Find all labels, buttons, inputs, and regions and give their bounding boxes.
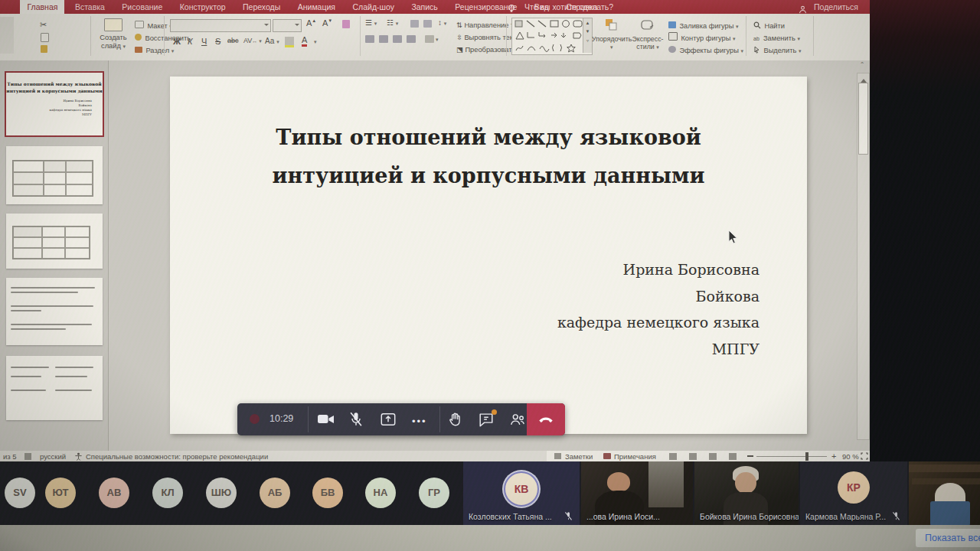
zoom-level[interactable]: 90 %: [842, 452, 859, 461]
video-person-face: [735, 472, 756, 494]
video-window-frame: [648, 461, 684, 507]
participant-tile[interactable]: КР Кармова Марьяна Р...: [800, 461, 907, 525]
zoom-in-icon[interactable]: +: [831, 452, 836, 461]
tab-draw[interactable]: Рисование: [115, 0, 169, 14]
clear-formatting-icon[interactable]: [342, 20, 350, 28]
notes-button[interactable]: Заметки: [565, 452, 593, 461]
vertical-scrollbar[interactable]: [857, 73, 870, 440]
fit-to-window-icon[interactable]: [861, 452, 868, 460]
slide-number-indicator[interactable]: из 5: [3, 452, 17, 461]
tab-design[interactable]: Конструктор: [173, 0, 233, 14]
participant-avatar[interactable]: SV: [5, 478, 35, 508]
shape-effects-button[interactable]: Эффекты фигуры ▾: [668, 42, 743, 56]
shrink-font-button[interactable]: А▼: [322, 18, 332, 28]
align-right-icon[interactable]: [393, 35, 402, 43]
tell-me-box[interactable]: Что вы хотите сделать?: [518, 0, 620, 14]
collapse-ribbon-icon[interactable]: ⌃: [857, 61, 867, 68]
tab-transitions[interactable]: Переходы: [236, 0, 287, 14]
tab-animations[interactable]: Анимация: [291, 0, 342, 14]
more-options-button[interactable]: •••: [412, 416, 427, 427]
zoom-out-icon[interactable]: [747, 455, 753, 457]
normal-view-icon[interactable]: [669, 453, 677, 460]
font-color-button[interactable]: А: [302, 35, 307, 47]
participant-avatar[interactable]: БВ: [312, 478, 343, 508]
slide-thumbnail-2[interactable]: [6, 146, 103, 204]
tab-insert[interactable]: Вставка: [68, 0, 112, 14]
character-spacing-button[interactable]: AV↔ ▾: [243, 37, 262, 44]
scroll-up-icon[interactable]: [861, 76, 867, 83]
slide-thumbnail-1[interactable]: Типы отношений между языковой интуицией …: [6, 73, 103, 135]
align-center-icon[interactable]: [379, 35, 388, 43]
increase-indent-icon[interactable]: [423, 20, 432, 28]
participant-tile[interactable]: ...ова Ирина Иоси...: [581, 461, 693, 525]
tab-slideshow[interactable]: Слайд-шоу: [345, 0, 400, 14]
underline-button[interactable]: Ч: [201, 37, 207, 46]
slide-thumbnail-4[interactable]: [6, 278, 103, 345]
zoom-slider-thumb[interactable]: [805, 452, 808, 461]
participant-avatar[interactable]: ГР: [419, 478, 449, 508]
scrollbar-thumb[interactable]: [858, 83, 868, 155]
paste-button[interactable]: [0, 17, 14, 54]
text-shadow-button[interactable]: abc: [227, 37, 239, 44]
participant-avatar[interactable]: АВ: [99, 478, 129, 508]
select-button[interactable]: Выделить ▾: [753, 42, 801, 56]
quick-styles-button[interactable]: Экспресс- стили ▾: [631, 17, 665, 60]
format-painter-icon[interactable]: [41, 45, 47, 53]
shapes-gallery-scroll[interactable]: ▲ ▼ ▿: [583, 18, 592, 53]
show-all-button[interactable]: Показать все: [916, 529, 980, 547]
slide-canvas[interactable]: Типы отношений между языковой интуицией …: [170, 77, 807, 434]
slide-thumbnail-5[interactable]: [6, 356, 103, 420]
align-left-icon[interactable]: [365, 35, 374, 43]
mic-muted-button[interactable]: [348, 411, 364, 428]
tab-record[interactable]: Запись: [404, 0, 444, 14]
cut-icon[interactable]: ✂: [40, 20, 47, 30]
change-case-button[interactable]: Аа ▾: [265, 37, 279, 45]
language-indicator[interactable]: русский: [40, 452, 66, 461]
participant-tile[interactable]: КВ Козловских Татьяна ...: [463, 461, 580, 525]
start-slideshow-icon[interactable]: [729, 453, 737, 460]
justify-icon[interactable]: [407, 35, 416, 43]
participant-avatar[interactable]: АБ: [260, 478, 290, 508]
slide-title[interactable]: Типы отношений между языковой интуицией …: [216, 119, 761, 195]
zoom-slider-track[interactable]: [756, 456, 827, 457]
display-settings-icon[interactable]: [24, 453, 31, 460]
shapes-gallery[interactable]: ▲ ▼ ▿: [511, 18, 593, 55]
tab-home[interactable]: Главная: [20, 0, 64, 14]
grow-font-button[interactable]: А▲: [306, 18, 316, 28]
camera-button[interactable]: [317, 411, 335, 428]
slide-thumbnail-3[interactable]: [6, 214, 103, 269]
participant-avatar[interactable]: ШЮ: [206, 478, 237, 508]
participant-avatar[interactable]: НА: [365, 478, 396, 508]
copy-icon[interactable]: [41, 33, 49, 42]
participant-avatar[interactable]: КЛ: [152, 478, 183, 508]
accessibility-status[interactable]: Специальные возможности: проверьте реком…: [86, 452, 268, 461]
raise-hand-button[interactable]: [447, 411, 464, 428]
highlight-color-button[interactable]: [285, 37, 294, 47]
slide-author-block[interactable]: Ирина Борисовна Бойкова кафедра немецког…: [438, 256, 760, 362]
participant-avatar[interactable]: ЮТ: [45, 478, 76, 508]
decrease-indent-icon[interactable]: [410, 20, 419, 28]
share-screen-button[interactable]: [380, 411, 397, 428]
participants-button[interactable]: [508, 411, 527, 428]
font-name-combobox[interactable]: [170, 19, 271, 32]
numbering-button[interactable]: ☷ ▾: [387, 18, 398, 27]
italic-button[interactable]: К: [188, 37, 192, 46]
bullets-button[interactable]: ☰ ▾: [365, 18, 377, 27]
participant-tile[interactable]: [909, 461, 980, 525]
comments-button[interactable]: Примечания: [614, 452, 656, 461]
hang-up-button[interactable]: [527, 403, 565, 435]
slide-sorter-icon[interactable]: [689, 453, 697, 460]
font-size-combobox[interactable]: [273, 19, 302, 32]
arrange-button[interactable]: Упорядочить ▾: [594, 17, 629, 60]
font-color-dropdown[interactable]: ▾: [314, 39, 317, 45]
bold-button[interactable]: Ж: [173, 37, 181, 46]
share-button[interactable]: Поделиться: [807, 0, 865, 14]
strikethrough-button[interactable]: S: [215, 37, 220, 46]
section-button[interactable]: Раздел ▾: [135, 42, 174, 56]
new-slide-button[interactable]: Создать слайд ▾: [96, 17, 130, 60]
participant-tile[interactable]: Бойкова Ирина Борисовна: [694, 461, 799, 525]
columns-icon[interactable]: [425, 35, 434, 43]
notes-icon: [554, 453, 561, 459]
reading-view-icon[interactable]: [709, 453, 717, 460]
line-spacing-button[interactable]: ↕ ▾: [438, 18, 446, 27]
